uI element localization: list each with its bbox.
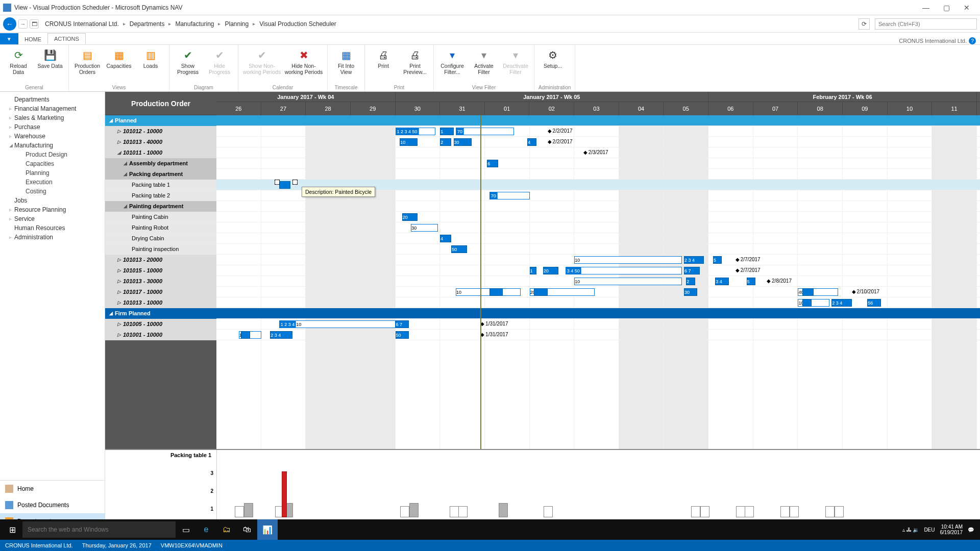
- save-data-button[interactable]: 💾Save Data: [36, 47, 64, 69]
- taskbar-search[interactable]: [22, 521, 176, 538]
- gantt-task[interactable]: 70: [456, 128, 514, 135]
- gantt-row[interactable]: ▷101017 - 10000: [105, 287, 216, 297]
- nav-item[interactable]: ▹Financial Management: [0, 104, 105, 113]
- gantt-task[interactable]: [802, 299, 812, 307]
- gantt-grid-row[interactable]: [216, 201, 980, 212]
- gantt-timeline[interactable]: Work Date January 2017 - Wk 04January 20…: [216, 92, 980, 449]
- store-icon[interactable]: 🛍: [237, 519, 257, 540]
- hide-nonworking-button[interactable]: ✖Hide Non-working Periods: [284, 47, 323, 75]
- nav-item[interactable]: ◢Manufacturing: [0, 141, 105, 150]
- nav-item[interactable]: Jobs: [0, 196, 105, 205]
- gantt-task[interactable]: 6 7: [684, 267, 700, 274]
- nav-item[interactable]: Capacities: [0, 159, 105, 168]
- gantt-row[interactable]: ◢Painting department: [105, 201, 216, 212]
- nav-posted-documents[interactable]: Posted Documents: [0, 497, 105, 513]
- gantt-row[interactable]: ▷101001 - 10000: [105, 330, 216, 340]
- gantt-task[interactable]: 4: [440, 235, 451, 242]
- production-orders-button[interactable]: ▤Production Orders: [73, 47, 102, 75]
- gantt-row[interactable]: ◢Firm Planned: [105, 308, 216, 319]
- minimize-button[interactable]: —: [916, 1, 936, 15]
- gantt-task[interactable]: 50: [396, 331, 409, 339]
- crumb-planning[interactable]: Planning: [225, 20, 249, 28]
- gantt-grid-row[interactable]: [216, 158, 980, 169]
- gantt-grid-row[interactable]: [216, 169, 980, 180]
- crumb-departments[interactable]: Departments: [130, 20, 165, 28]
- gantt-task[interactable]: 20: [402, 213, 418, 221]
- address-dropdown[interactable]: 🗔: [30, 19, 39, 29]
- gantt-grid-row[interactable]: [216, 297, 980, 308]
- gantt-task[interactable]: [489, 288, 503, 296]
- gantt-task[interactable]: 1 2 3 410: [279, 320, 396, 328]
- gantt-grid-row[interactable]: [216, 222, 980, 233]
- gantt-row[interactable]: Painting inspection: [105, 244, 216, 255]
- gantt-chart[interactable]: Production Order ◢Planned▷101012 - 10000…: [105, 92, 980, 449]
- nav-item[interactable]: Costing: [0, 187, 105, 196]
- nav-item[interactable]: Departments: [0, 95, 105, 104]
- gantt-row[interactable]: ▷101015 - 10000: [105, 265, 216, 276]
- nav-item[interactable]: Execution: [0, 178, 105, 187]
- gantt-task[interactable]: 2 3 4: [831, 299, 851, 307]
- gantt-task[interactable]: 3 4: [715, 278, 728, 285]
- nav-item[interactable]: Human Resources: [0, 223, 105, 233]
- gantt-task[interactable]: 2: [440, 138, 451, 146]
- reload-data-button[interactable]: ⟳Reload Data: [4, 47, 33, 75]
- fit-into-view-button[interactable]: ▦Fit Into View: [332, 47, 360, 75]
- start-button[interactable]: ⊞: [2, 519, 22, 540]
- nav-item[interactable]: ▹Purchase: [0, 122, 105, 132]
- refresh-button[interactable]: ⟳: [859, 18, 870, 30]
- gantt-task[interactable]: 56: [867, 299, 880, 307]
- show-progress-button[interactable]: ✔Show Progress: [174, 47, 202, 75]
- gantt-task[interactable]: 5: [713, 256, 722, 264]
- nav-item[interactable]: ▹Sales & Marketing: [0, 113, 105, 122]
- loads-button[interactable]: ▥Loads: [136, 47, 165, 69]
- gantt-row[interactable]: ◢Packing department: [105, 169, 216, 180]
- back-button[interactable]: ←: [3, 17, 16, 31]
- configure-filter-button[interactable]: ▾Configure Filter...: [438, 47, 467, 75]
- gantt-task[interactable]: 2 3 4: [270, 331, 292, 339]
- nav-item[interactable]: ▹Administration: [0, 233, 105, 242]
- gantt-grid-row[interactable]: [216, 115, 980, 126]
- nav-item[interactable]: Product Design: [0, 150, 105, 159]
- capacities-button[interactable]: ▦Capacities: [105, 47, 133, 69]
- nav-item[interactable]: ▹Resource Planning: [0, 205, 105, 214]
- tab-actions[interactable]: ACTIONS: [47, 33, 86, 44]
- tray-clock[interactable]: 10:41 AM6/19/2017: [940, 524, 963, 535]
- gantt-task[interactable]: 4: [527, 138, 536, 146]
- gantt-row[interactable]: ◢Planned: [105, 115, 216, 126]
- crumb-page[interactable]: Visual Production Scheduler: [259, 20, 336, 28]
- gantt-grid-row[interactable]: [216, 244, 980, 255]
- gantt-grid-row[interactable]: [216, 308, 980, 319]
- gantt-row[interactable]: ◢Assembly department: [105, 158, 216, 169]
- crumb-company[interactable]: CRONUS International Ltd.: [45, 20, 119, 28]
- gantt-row[interactable]: Packing table 2: [105, 190, 216, 201]
- gantt-task[interactable]: 10: [400, 138, 418, 146]
- gantt-task[interactable]: 6 7: [396, 320, 409, 328]
- nav-item[interactable]: ▹Service: [0, 214, 105, 223]
- print-preview-button[interactable]: 🖨Print Preview...: [401, 47, 429, 75]
- gantt-task[interactable]: 10: [456, 288, 521, 296]
- gantt-task[interactable]: 10: [574, 256, 681, 264]
- gantt-task[interactable]: 30: [411, 224, 438, 232]
- gantt-row[interactable]: ▷101013 - 30000: [105, 276, 216, 287]
- nav-item[interactable]: ▹Warehouse: [0, 132, 105, 141]
- gantt-task[interactable]: 30: [454, 138, 472, 146]
- gantt-row[interactable]: Painting Robot: [105, 222, 216, 233]
- gantt-row[interactable]: Drying Cabin: [105, 233, 216, 244]
- global-search-input[interactable]: [875, 18, 977, 30]
- gantt-grid-row[interactable]: [216, 212, 980, 222]
- gantt-row[interactable]: ▷101013 - 40000: [105, 137, 216, 147]
- edge-icon[interactable]: e: [196, 519, 216, 540]
- gantt-task[interactable]: 20: [543, 267, 559, 274]
- nav-item[interactable]: Planning: [0, 168, 105, 178]
- gantt-task[interactable]: 5: [747, 278, 756, 285]
- gantt-task[interactable]: 30: [684, 288, 697, 296]
- gantt-row[interactable]: Painting Cabin: [105, 212, 216, 222]
- gantt-task[interactable]: 10: [574, 278, 681, 285]
- tray-lang[interactable]: DEU: [924, 527, 935, 533]
- tab-home[interactable]: HOME: [18, 34, 47, 44]
- gantt-task[interactable]: [534, 288, 547, 296]
- close-button[interactable]: ✕: [957, 1, 977, 15]
- gantt-grid-row[interactable]: [216, 330, 980, 340]
- gantt-task[interactable]: 2: [686, 278, 695, 285]
- setup-button[interactable]: ⚙Setup...: [538, 47, 567, 69]
